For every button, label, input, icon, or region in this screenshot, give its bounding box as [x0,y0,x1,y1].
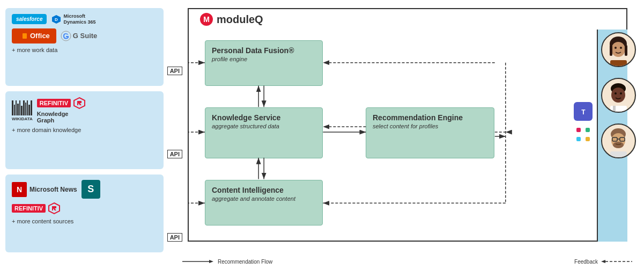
knowledge-service-subtitle: aggregate structured data [205,123,322,129]
personal-data-fusion-title: Personal Data Fusion® [205,41,322,56]
svg-point-42 [611,88,625,103]
svg-point-43 [615,92,617,94]
knowledge-service-title: Knowledge Service [205,108,322,123]
svg-rect-37 [610,60,627,66]
svg-rect-46 [613,106,616,112]
svg-text:T: T [581,108,586,116]
recommendation-engine-title: Recommendation Engine [366,108,494,123]
svg-point-53 [613,142,624,148]
svg-rect-3 [23,33,27,39]
svg-point-36 [620,47,622,49]
svg-rect-54 [610,151,627,157]
left-panel: salesforce D MicrosoftDynamics 365 [5,8,172,255]
integration-icons: T [574,102,593,144]
svg-point-34 [611,42,625,57]
slack-icon [574,125,593,144]
salesforce-logo: salesforce [12,14,47,24]
sharepoint-icon: S [82,180,100,199]
news-icon: N [12,182,27,197]
service-box-recommendation-engine: Recommendation Engine select content for… [366,107,494,158]
more-domain-knowledge: + more domain knowledge [12,127,157,133]
office-logo: Office [12,28,56,43]
source-box-work-data: salesforce D MicrosoftDynamics 365 [5,8,164,86]
svg-rect-28 [576,128,581,132]
service-box-personal-data-fusion: Personal Data Fusion® profile engine [205,40,323,86]
microsoft-news-logo: N Microsoft News [12,182,77,197]
svg-rect-38 [610,45,612,56]
svg-marker-56 [209,260,213,263]
avatar-1 [601,32,636,67]
gsuite-text: G Suite [73,32,98,40]
svg-rect-30 [586,128,590,132]
main-area: M moduleQ Personal Data Fusion® profile … [177,8,627,255]
avatars-area [601,32,636,158]
content-intelligence-title: Content Intelligence [205,180,322,195]
refinitiv-knowledge-graph: REFINITIV KnowledgeGraph [37,97,86,123]
content-intelligence-subtitle: aggregate and annotate content [205,195,322,202]
svg-point-35 [615,47,617,49]
refinitiv-icon-2 [48,202,61,215]
feedback-arrow-icon [601,258,633,265]
feedback-label: Feedback [574,259,598,265]
svg-point-44 [620,92,622,94]
recommendation-engine-subtitle: select content for profiles [366,123,494,129]
brand-name: moduleQ [217,13,263,26]
flow-label: Recommendation Flow [218,259,272,265]
svg-marker-58 [601,260,605,263]
svg-rect-39 [625,45,627,56]
office-label: Office [30,32,50,40]
svg-rect-29 [576,137,581,141]
refinitiv-icon [73,97,86,110]
moduleq-logo: M moduleQ [199,12,263,26]
gsuite-logo: G Suite [61,31,98,41]
moduleq-icon: M [199,12,213,26]
teams-icon: T [574,102,593,121]
legend-feedback: Feedback [574,258,633,265]
service-box-content-intelligence: Content Intelligence aggregate and annot… [205,180,323,226]
svg-rect-45 [610,106,627,112]
avatar-2 [601,78,636,113]
source-box-content-sources: N Microsoft News S REFINITIV [5,175,164,252]
diagram-container: salesforce D MicrosoftDynamics 365 [0,0,644,269]
dynamics-logo: D MicrosoftDynamics 365 [51,13,95,25]
more-content-sources: + more content sources [12,218,157,224]
svg-text:D: D [55,17,58,22]
avatar-3 [601,123,636,158]
more-work-data: + more work data [12,47,157,53]
flow-arrow-icon [182,258,214,265]
moduleq-header: M moduleQ [188,8,627,30]
service-box-knowledge-service: Knowledge Service aggregate structured d… [205,107,323,158]
source-box-domain-knowledge: WIKIDATA REFINITIV KnowledgeGraph [5,91,164,169]
svg-rect-31 [586,137,590,141]
legend-flow: Recommendation Flow [182,258,272,265]
personal-data-fusion-subtitle: profile engine [205,56,322,62]
bottom-legend: Recommendation Flow Feedback [182,258,633,265]
wikidata-logo: WIKIDATA [12,99,33,121]
services-area: Personal Data Fusion® profile engine Kno… [188,30,598,242]
svg-text:M: M [203,15,210,24]
refinitiv-logo-2: REFINITIV [12,202,61,215]
